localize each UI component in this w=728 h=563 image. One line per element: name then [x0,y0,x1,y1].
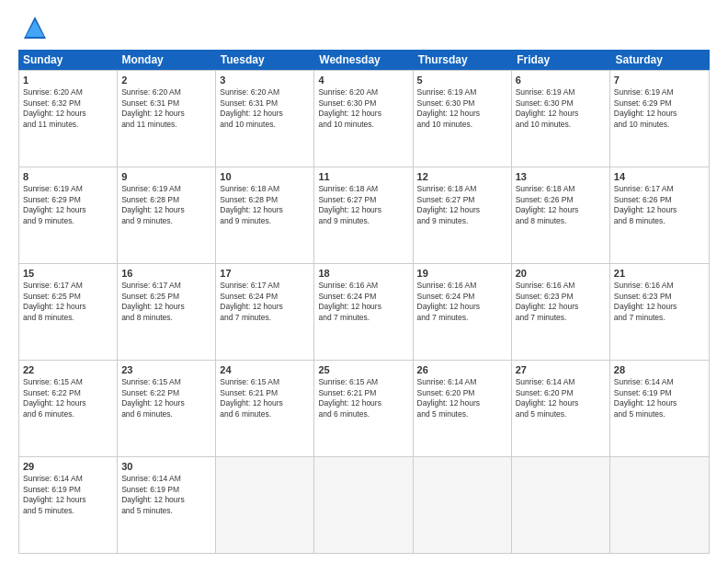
calendar-cell [216,457,314,553]
cell-details: Sunrise: 6:16 AMSunset: 6:24 PMDaylight:… [417,281,507,323]
day-number: 6 [516,74,606,86]
calendar-cell: 20Sunrise: 6:16 AMSunset: 6:23 PMDayligh… [512,264,610,360]
cell-details: Sunrise: 6:17 AMSunset: 6:26 PMDaylight:… [614,184,705,226]
day-number: 28 [614,363,705,376]
cell-details: Sunrise: 6:15 AMSunset: 6:22 PMDaylight:… [121,377,211,419]
calendar-cell: 19Sunrise: 6:16 AMSunset: 6:24 PMDayligh… [414,264,512,360]
cell-details: Sunrise: 6:19 AMSunset: 6:29 PMDaylight:… [614,87,705,130]
day-number: 3 [220,74,310,86]
calendar-row: 15Sunrise: 6:17 AMSunset: 6:25 PMDayligh… [19,263,709,360]
weekday-header: Thursday [414,50,512,70]
cell-details: Sunrise: 6:16 AMSunset: 6:23 PMDaylight:… [614,281,705,323]
cell-details: Sunrise: 6:19 AMSunset: 6:30 PMDaylight:… [417,87,507,130]
cell-details: Sunrise: 6:18 AMSunset: 6:27 PMDaylight:… [417,184,507,226]
day-number: 26 [417,363,507,376]
day-number: 11 [318,170,408,183]
day-number: 1 [23,74,113,86]
day-number: 19 [417,267,507,280]
cell-details: Sunrise: 6:17 AMSunset: 6:25 PMDaylight:… [23,281,113,323]
calendar-cell: 10Sunrise: 6:18 AMSunset: 6:28 PMDayligh… [216,167,314,263]
calendar-cell: 6Sunrise: 6:19 AMSunset: 6:30 PMDaylight… [512,71,610,167]
cell-details: Sunrise: 6:14 AMSunset: 6:20 PMDaylight:… [516,377,606,419]
calendar-page: SundayMondayTuesdayWednesdayThursdayFrid… [0,0,728,563]
cell-details: Sunrise: 6:15 AMSunset: 6:21 PMDaylight:… [318,377,408,419]
day-number: 12 [417,170,507,183]
cell-details: Sunrise: 6:20 AMSunset: 6:31 PMDaylight:… [121,87,211,130]
cell-details: Sunrise: 6:14 AMSunset: 6:20 PMDaylight:… [417,377,507,419]
logo-icon [22,15,48,40]
day-number: 8 [23,170,113,183]
weekday-header: Friday [512,50,610,70]
day-number: 15 [23,267,113,280]
day-number: 18 [318,267,408,280]
day-number: 10 [220,170,310,183]
calendar-cell: 26Sunrise: 6:14 AMSunset: 6:20 PMDayligh… [414,361,512,456]
calendar-cell: 11Sunrise: 6:18 AMSunset: 6:27 PMDayligh… [314,167,413,263]
cell-details: Sunrise: 6:14 AMSunset: 6:19 PMDaylight:… [23,474,113,516]
cell-details: Sunrise: 6:18 AMSunset: 6:27 PMDaylight:… [318,184,408,226]
day-number: 30 [121,460,211,473]
calendar-cell: 9Sunrise: 6:19 AMSunset: 6:28 PMDaylight… [118,167,216,263]
cell-details: Sunrise: 6:15 AMSunset: 6:22 PMDaylight:… [23,377,113,419]
calendar-cell: 15Sunrise: 6:17 AMSunset: 6:25 PMDayligh… [19,264,118,360]
svg-marker-1 [26,20,44,37]
cell-details: Sunrise: 6:16 AMSunset: 6:23 PMDaylight:… [516,281,606,323]
cell-details: Sunrise: 6:17 AMSunset: 6:24 PMDaylight:… [220,281,310,323]
cell-details: Sunrise: 6:16 AMSunset: 6:24 PMDaylight:… [318,281,408,323]
calendar-row: 1Sunrise: 6:20 AMSunset: 6:32 PMDaylight… [19,70,709,167]
calendar-cell: 27Sunrise: 6:14 AMSunset: 6:20 PMDayligh… [512,361,610,456]
calendar-cell: 25Sunrise: 6:15 AMSunset: 6:21 PMDayligh… [314,361,413,456]
calendar-row: 22Sunrise: 6:15 AMSunset: 6:22 PMDayligh… [19,360,709,456]
day-number: 4 [318,74,408,86]
calendar-cell: 28Sunrise: 6:14 AMSunset: 6:19 PMDayligh… [610,361,709,456]
calendar-cell: 14Sunrise: 6:17 AMSunset: 6:26 PMDayligh… [610,167,709,263]
calendar: SundayMondayTuesdayWednesdayThursdayFrid… [18,50,710,554]
day-number: 7 [614,74,705,86]
calendar-cell: 1Sunrise: 6:20 AMSunset: 6:32 PMDaylight… [19,71,118,167]
cell-details: Sunrise: 6:20 AMSunset: 6:32 PMDaylight:… [23,87,113,130]
day-number: 5 [417,74,507,86]
day-number: 17 [220,267,310,280]
calendar-cell: 5Sunrise: 6:19 AMSunset: 6:30 PMDaylight… [414,71,512,167]
day-number: 14 [614,170,705,183]
calendar-cell: 2Sunrise: 6:20 AMSunset: 6:31 PMDaylight… [118,71,216,167]
calendar-cell: 30Sunrise: 6:14 AMSunset: 6:19 PMDayligh… [118,457,216,553]
calendar-cell [414,457,512,553]
calendar-cell [610,457,709,553]
calendar-cell: 17Sunrise: 6:17 AMSunset: 6:24 PMDayligh… [216,264,314,360]
calendar-body: 1Sunrise: 6:20 AMSunset: 6:32 PMDaylight… [18,70,710,554]
cell-details: Sunrise: 6:20 AMSunset: 6:31 PMDaylight:… [220,87,310,130]
calendar-row: 29Sunrise: 6:14 AMSunset: 6:19 PMDayligh… [19,456,709,553]
calendar-cell: 12Sunrise: 6:18 AMSunset: 6:27 PMDayligh… [414,167,512,263]
calendar-cell: 29Sunrise: 6:14 AMSunset: 6:19 PMDayligh… [19,457,118,553]
calendar-row: 8Sunrise: 6:19 AMSunset: 6:29 PMDaylight… [19,167,709,263]
day-number: 29 [23,460,113,473]
weekday-header: Wednesday [314,50,413,70]
day-number: 13 [516,170,606,183]
calendar-header: SundayMondayTuesdayWednesdayThursdayFrid… [18,50,710,70]
day-number: 27 [516,363,606,376]
cell-details: Sunrise: 6:14 AMSunset: 6:19 PMDaylight:… [614,377,705,419]
cell-details: Sunrise: 6:17 AMSunset: 6:25 PMDaylight:… [121,281,211,323]
calendar-cell: 22Sunrise: 6:15 AMSunset: 6:22 PMDayligh… [19,361,118,456]
weekday-header: Monday [117,50,215,70]
weekday-header: Saturday [611,50,710,70]
calendar-cell: 23Sunrise: 6:15 AMSunset: 6:22 PMDayligh… [118,361,216,456]
calendar-cell: 21Sunrise: 6:16 AMSunset: 6:23 PMDayligh… [610,264,709,360]
cell-details: Sunrise: 6:18 AMSunset: 6:26 PMDaylight:… [516,184,606,226]
day-number: 21 [614,267,705,280]
calendar-cell: 16Sunrise: 6:17 AMSunset: 6:25 PMDayligh… [118,264,216,360]
day-number: 23 [121,363,211,376]
calendar-cell [512,457,610,553]
day-number: 16 [121,267,211,280]
calendar-cell: 8Sunrise: 6:19 AMSunset: 6:29 PMDaylight… [19,167,118,263]
weekday-header: Tuesday [216,50,314,70]
calendar-cell [314,457,413,553]
calendar-cell: 4Sunrise: 6:20 AMSunset: 6:30 PMDaylight… [314,71,413,167]
day-number: 22 [23,363,113,376]
day-number: 20 [516,267,606,280]
day-number: 2 [121,74,211,86]
calendar-cell: 3Sunrise: 6:20 AMSunset: 6:31 PMDaylight… [216,71,314,167]
calendar-cell: 18Sunrise: 6:16 AMSunset: 6:24 PMDayligh… [314,264,413,360]
logo [18,15,48,40]
